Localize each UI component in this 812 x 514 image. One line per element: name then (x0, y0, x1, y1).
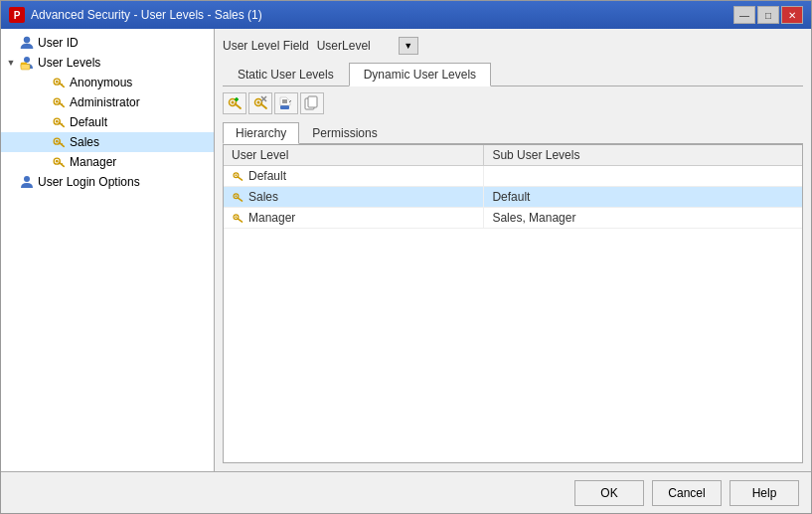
svg-point-44 (235, 174, 237, 176)
sidebar-label-manager: Manager (70, 155, 116, 169)
title-bar: P Advanced Security - User Levels - Sale… (1, 1, 811, 29)
svg-point-47 (235, 195, 237, 197)
left-panel: User ID ▼ User Levels (1, 29, 215, 471)
svg-marker-36 (280, 97, 290, 105)
field-value: UserLevel (317, 39, 397, 53)
sidebar-item-anonymous[interactable]: Anonymous (1, 73, 214, 92)
svg-point-23 (56, 160, 59, 163)
key-icon-manager (51, 154, 67, 170)
sub-tab-permissions[interactable]: Permissions (299, 122, 390, 143)
cell-sub-levels: Default (484, 187, 802, 208)
tree-arrow-manager (37, 156, 49, 168)
sidebar-label-administrator: Administrator (70, 95, 140, 109)
svg-point-32 (257, 101, 260, 104)
svg-rect-3 (21, 65, 30, 71)
tree-arrow-default (37, 116, 49, 128)
toolbar-edit-key-button[interactable] (248, 92, 272, 114)
col-sub-user-levels: Sub User Levels (484, 145, 802, 166)
field-label: User Level Field (223, 39, 309, 53)
sidebar-label-default: Default (70, 115, 107, 129)
col-user-level: User Level (224, 145, 484, 166)
svg-point-19 (56, 140, 59, 143)
svg-point-11 (56, 100, 59, 103)
tree-arrow-anonymous (37, 77, 49, 88)
cancel-button[interactable]: Cancel (652, 480, 722, 506)
field-dropdown[interactable]: UserLevel ▼ (317, 37, 418, 55)
toolbar (223, 90, 803, 116)
cell-user-level: Manager (224, 208, 484, 229)
bottom-bar: OK Cancel Help (1, 471, 811, 513)
table-row[interactable]: Manager Sales, Manager (224, 208, 802, 229)
svg-line-43 (238, 176, 242, 179)
tree-arrow-administrator (37, 96, 49, 108)
ok-button[interactable]: OK (574, 480, 644, 506)
table-row[interactable]: Sales Default (224, 187, 802, 208)
svg-point-7 (56, 81, 59, 84)
sidebar-item-manager[interactable]: Manager (1, 152, 214, 172)
user-levels-icon (19, 55, 35, 71)
svg-point-27 (232, 101, 235, 104)
svg-line-26 (236, 104, 242, 109)
main-tab-bar: Static User Levels Dynamic User Levels (223, 63, 803, 86)
sidebar-item-user-levels[interactable]: ▼ User Levels (1, 53, 214, 73)
tab-static-user-levels[interactable]: Static User Levels (223, 63, 349, 86)
sidebar-label-user-id: User ID (38, 36, 79, 50)
svg-point-0 (24, 37, 30, 43)
user-id-icon (19, 35, 35, 51)
close-button[interactable]: ✕ (781, 6, 803, 24)
user-levels-table: User Level Sub User Levels (224, 145, 802, 229)
cell-sub-levels: Sales, Manager (484, 208, 802, 229)
toolbar-edit-button[interactable] (274, 92, 298, 114)
app-icon: P (9, 7, 25, 23)
sub-tab-hierarchy[interactable]: Hierarchy (223, 122, 299, 144)
svg-line-31 (261, 104, 267, 109)
sidebar-item-user-login-options[interactable]: User Login Options (1, 172, 214, 192)
svg-point-50 (235, 216, 237, 218)
main-window: P Advanced Security - User Levels - Sale… (0, 0, 812, 514)
dropdown-arrow-icon[interactable]: ▼ (399, 37, 418, 55)
user-login-options-icon (19, 174, 35, 190)
sidebar-item-administrator[interactable]: Administrator (1, 92, 214, 112)
svg-rect-41 (308, 96, 317, 107)
key-icon-default (51, 114, 67, 130)
sidebar-item-default[interactable]: Default (1, 112, 214, 132)
table-header-row: User Level Sub User Levels (224, 145, 802, 166)
cell-sub-levels (484, 166, 802, 187)
tree-arrow-user-levels: ▼ (5, 57, 17, 69)
svg-point-15 (56, 120, 59, 123)
toolbar-copy-button[interactable] (300, 92, 324, 114)
svg-rect-35 (280, 105, 289, 109)
help-button[interactable]: Help (730, 480, 799, 506)
minimize-button[interactable]: — (733, 6, 755, 24)
window-title: Advanced Security - User Levels - Sales … (31, 8, 262, 22)
svg-point-24 (24, 176, 30, 182)
sidebar-item-sales[interactable]: Sales (1, 132, 214, 152)
title-bar-left: P Advanced Security - User Levels - Sale… (9, 7, 262, 23)
sidebar-label-anonymous: Anonymous (70, 76, 132, 89)
sidebar-label-sales: Sales (70, 135, 99, 149)
cell-user-level: Sales (224, 187, 484, 208)
sidebar-item-user-id[interactable]: User ID (1, 33, 214, 53)
hierarchy-table: User Level Sub User Levels (223, 144, 803, 463)
table-row[interactable]: Default (224, 166, 802, 187)
key-icon-sales (51, 134, 67, 150)
key-icon-administrator (51, 94, 67, 110)
sidebar-label-user-levels: User Levels (38, 56, 100, 70)
tree-arrow-sales (37, 136, 49, 148)
row-key-icon (232, 170, 244, 183)
maximize-button[interactable]: □ (757, 6, 779, 24)
main-content: User ID ▼ User Levels (1, 29, 811, 471)
sub-tab-bar: Hierarchy Permissions (223, 122, 803, 144)
svg-line-46 (238, 197, 242, 200)
row-key-icon (232, 191, 244, 204)
toolbar-add-button[interactable] (223, 92, 246, 114)
tree-arrow-user-id (5, 37, 17, 49)
tab-dynamic-user-levels[interactable]: Dynamic User Levels (349, 63, 491, 86)
row-key-icon (232, 212, 244, 225)
right-panel: User Level Field UserLevel ▼ Static User… (215, 29, 811, 471)
tree-arrow-user-login-options (5, 176, 17, 188)
svg-line-49 (238, 218, 242, 221)
title-bar-controls: — □ ✕ (733, 6, 803, 24)
field-row: User Level Field UserLevel ▼ (223, 37, 803, 55)
key-icon-anonymous (51, 75, 67, 90)
